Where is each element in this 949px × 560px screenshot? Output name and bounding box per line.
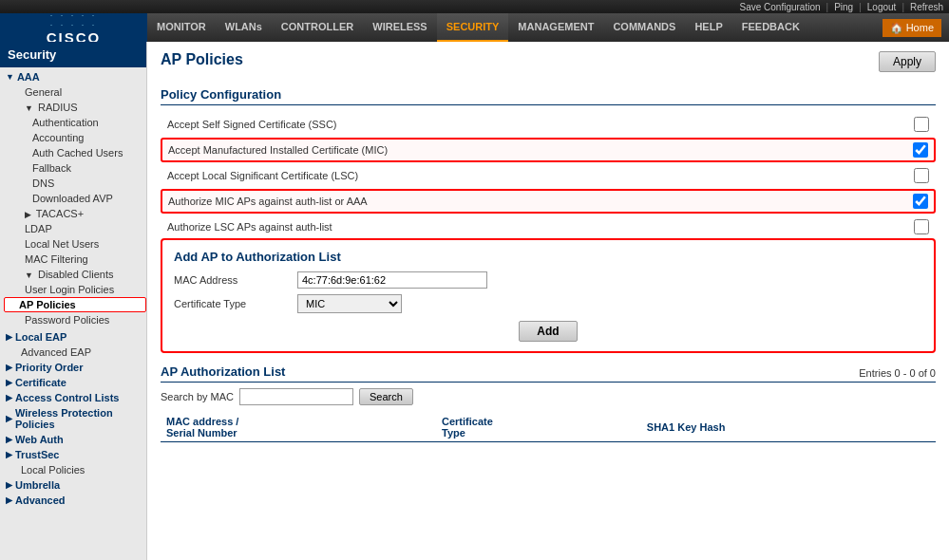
sidebar-item-user-login-policies[interactable]: User Login Policies [4,282,146,297]
sidebar-item-dns[interactable]: DNS [11,176,146,191]
sidebar-item-authentication[interactable]: Authentication [11,115,146,130]
add-button[interactable]: Add [519,321,577,342]
auth-list-thead: MAC address /Serial Number CertificateTy… [161,413,936,442]
sidebar-item-downloaded-avp[interactable]: Downloaded AVP [11,191,146,206]
radius-children: Authentication Accounting Auth Cached Us… [4,115,146,206]
sidebar-item-password-policies[interactable]: Password Policies [4,312,146,327]
policy-row-ssc: Accept Self Signed Certificate (SSC) [161,113,936,136]
sidebar-group-umbrella[interactable]: ▶ Umbrella [0,477,146,493]
policy-label-lsc: Accept Local Significant Certificate (LS… [167,170,914,181]
policy-config-title: Policy Configuration [161,87,936,105]
apply-btn-area: Apply [879,51,936,72]
policy-checkbox-ssc[interactable] [914,117,929,132]
nav-security[interactable]: SECURITY [437,13,509,42]
nav-wlans[interactable]: WLANs [216,13,272,42]
policy-row-lsc-auth: Authorize LSC APs against auth-list [161,215,936,238]
aaa-children: General ▼ RADIUS Authentication Accounti… [0,84,146,327]
sidebar-item-local-policies[interactable]: Local Policies [0,462,146,477]
sidebar-group-wireless-protection[interactable]: ▶ Wireless Protection Policies [0,405,146,432]
sidebar-item-fallback[interactable]: Fallback [11,160,146,176]
add-ap-title: Add AP to Authorization List [174,250,922,264]
local-eap-expand-icon: ▶ [6,332,12,342]
refresh-link[interactable]: Refresh [910,2,943,12]
col-cert-type: CertificateType [436,413,641,442]
nav-wireless[interactable]: WIRELESS [363,13,436,42]
ping-link[interactable]: Ping [834,2,853,12]
sidebar-group-local-eap[interactable]: ▶ Local EAP [0,329,146,345]
sidebar-group-priority-order[interactable]: ▶ Priority Order [0,360,146,375]
add-btn-area: Add [174,321,922,342]
sidebar-group-web-auth[interactable]: ▶ Web Auth [0,432,146,447]
policy-row-mic-auth: Authorize MIC APs against auth-list or A… [161,189,936,214]
nav-management[interactable]: MANAGEMENT [508,13,603,42]
add-ap-section: Add AP to Authorization List MAC Address… [161,238,936,353]
policy-checkbox-mic-auth[interactable] [913,194,928,209]
policy-checkbox-lsc-auth[interactable] [914,219,929,234]
radius-expand-icon: ▼ [25,103,33,113]
search-button[interactable]: Search [359,388,413,405]
apply-button[interactable]: Apply [879,51,936,72]
entries-info: Entries 0 - 0 of 0 [859,367,936,382]
disabled-clients-expand-icon: ▼ [25,271,33,280]
cert-label: Certificate Type [174,298,297,309]
logout-link[interactable]: Logout [867,2,897,12]
sidebar-group-aaa[interactable]: ▼ AAA [0,69,146,84]
web-auth-expand-icon: ▶ [6,435,12,444]
sidebar-item-advanced-eap[interactable]: Advanced EAP [0,345,146,360]
policy-config-section: Policy Configuration Accept Self Signed … [161,87,936,238]
nav-commands[interactable]: COMMANDS [603,13,685,42]
save-config-link[interactable]: Save Configuration [739,2,820,12]
auth-list-title: AP Authorization List [161,364,285,382]
logo-area: · · · · ·· · · · · CISCO [0,13,147,42]
search-row: Search by MAC Search [161,388,936,405]
sidebar-item-ap-policies[interactable]: AP Policies [4,297,146,312]
cisco-dots: · · · · ·· · · · · [47,10,102,29]
sidebar-item-auth-cached[interactable]: Auth Cached Users [11,145,146,160]
sidebar-group-certificate[interactable]: ▶ Certificate [0,375,146,390]
sidebar-item-general[interactable]: General [4,84,146,100]
mac-label: MAC Address [174,274,297,286]
sidebar-item-local-net-users[interactable]: Local Net Users [4,236,146,252]
cert-type-select[interactable]: MIC LSC SSC [297,294,402,313]
tacacs-expand-icon: ▶ [25,210,31,219]
main-layout: Security ▼ AAA General ▼ RADIUS Authenti… [0,42,949,560]
sidebar-item-tacacs[interactable]: ▶ TACACS+ [4,206,146,221]
page-title: AP Policies [161,51,243,68]
auth-list-header-row: MAC address /Serial Number CertificateTy… [161,413,936,442]
policy-row-lsc: Accept Local Significant Certificate (LS… [161,164,936,187]
sidebar-item-accounting[interactable]: Accounting [11,130,146,145]
nav-monitor[interactable]: MONITOR [147,13,216,42]
policy-checkbox-mic[interactable] [913,142,928,158]
nav-items: MONITOR WLANs CONTROLLER WIRELESS SECURI… [147,13,883,42]
sidebar-item-ldap[interactable]: LDAP [4,221,146,236]
policy-label-mic-auth: Authorize MIC APs against auth-list or A… [168,196,913,207]
advanced-expand-icon: ▶ [6,495,12,505]
search-label: Search by MAC [161,391,234,402]
sidebar-item-disabled-clients[interactable]: ▼ Disabled Clients [4,267,146,282]
nav-controller[interactable]: CONTROLLER [272,13,363,42]
policy-row-mic: Accept Manufactured Installed Certificat… [161,138,936,162]
nav-bar: · · · · ·· · · · · CISCO MONITOR WLANs C… [0,13,949,42]
sidebar-title: Security [0,42,146,67]
nav-feedback[interactable]: FEEDBACK [732,13,809,42]
sidebar-group-acl[interactable]: ▶ Access Control Lists [0,390,146,405]
sidebar-group-radius[interactable]: ▼ RADIUS [4,100,146,115]
acl-expand-icon: ▶ [6,393,12,402]
aaa-expand-icon: ▼ [6,72,14,82]
mac-address-input[interactable] [297,271,487,289]
mac-address-row: MAC Address [174,271,922,289]
search-input[interactable] [239,388,353,405]
sidebar-item-mac-filtering[interactable]: MAC Filtering [4,252,146,267]
col-sha1: SHA1 Key Hash [641,413,936,442]
auth-list-header: AP Authorization List Entries 0 - 0 of 0 [161,364,936,383]
priority-order-expand-icon: ▶ [6,363,12,372]
col-mac-serial: MAC address /Serial Number [161,413,436,442]
sidebar: Security ▼ AAA General ▼ RADIUS Authenti… [0,42,147,560]
home-button[interactable]: 🏠 Home [883,19,941,37]
sidebar-group-trustsec[interactable]: ▶ TrustSec [0,447,146,462]
sidebar-group-advanced[interactable]: ▶ Advanced [0,493,146,508]
nav-help[interactable]: HELP [685,13,731,42]
policy-label-mic: Accept Manufactured Installed Certificat… [168,144,913,156]
content-area: AP Policies Apply Policy Configuration A… [147,42,949,560]
policy-checkbox-lsc[interactable] [914,168,929,183]
